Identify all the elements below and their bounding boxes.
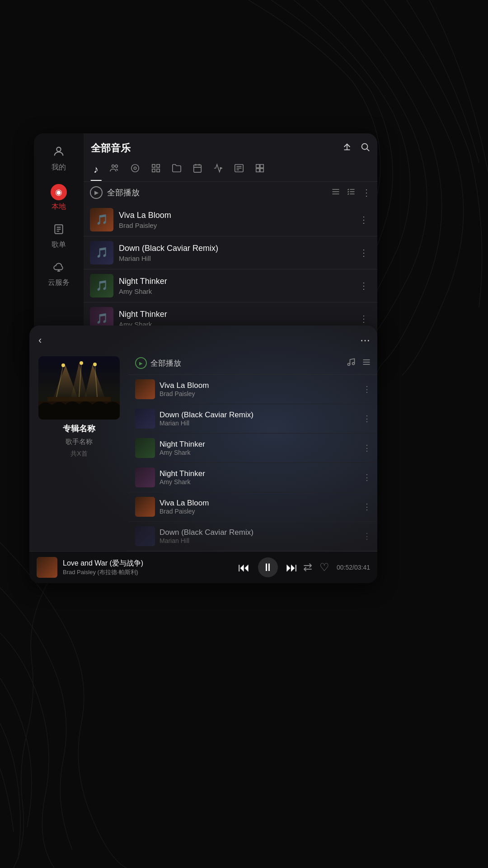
playlist-song-artist: Brad Paisley — [160, 508, 358, 515]
svg-rect-19 — [194, 165, 202, 173]
tab-music[interactable]: ♪ — [88, 161, 104, 178]
tab-albums[interactable] — [125, 160, 145, 179]
svg-rect-28 — [256, 165, 259, 168]
song-list: 🎵 Viva La Bloom Brad Paisley ⋮ 🎵 Down (B… — [84, 203, 377, 335]
song-more-button[interactable]: ⋮ — [363, 414, 371, 424]
top-header: 全部音乐 — [84, 133, 377, 159]
tab-recent[interactable] — [187, 160, 208, 179]
list-view-icon[interactable] — [331, 187, 340, 198]
song-more-button[interactable]: ⋮ — [363, 443, 371, 453]
shuffle-button-2[interactable]: ⇄ — [303, 561, 312, 574]
list-item[interactable]: Viva La Bloom Brad Paisley ⋮ — [129, 492, 377, 522]
bottom-header: ‹ ⋯ — [29, 326, 377, 352]
playlist-icons — [347, 358, 371, 369]
tab-grid[interactable] — [249, 160, 270, 179]
album-name: 专辑名称 — [63, 423, 95, 434]
list-item[interactable]: Viva La Bloom Brad Paisley ⋮ — [129, 375, 377, 404]
tab-stats[interactable] — [208, 160, 229, 179]
list-item[interactable]: Night Thinker Amy Shark ⋮ — [129, 463, 377, 492]
playlist-song-artist: Marian Hill — [160, 420, 358, 427]
svg-point-13 — [131, 165, 139, 172]
playlist-song-title: Night Thinker — [160, 440, 358, 449]
list-item[interactable]: Down (Black Caviar Remix) Marian Hill ⋮ — [129, 404, 377, 434]
playlist-song-thumbnail — [135, 526, 155, 546]
svg-rect-18 — [157, 169, 160, 172]
playlist-song-info: Viva La Bloom Brad Paisley — [160, 499, 358, 515]
svg-rect-29 — [260, 165, 263, 168]
table-row[interactable]: 🎵 Down (Black Caviar Remix) Marian Hill … — [84, 236, 377, 269]
song-info: Viva La Bloom Brad Paisley — [119, 211, 351, 229]
playlist-song-thumbnail — [135, 497, 155, 517]
playlist-title: 全部播放 — [150, 358, 343, 368]
bottom-body: 专辑名称 歌手名称 共X首 ▶ 全部播放 — [29, 352, 377, 551]
playlist-song-info: Down (Black Caviar Remix) Marian Hill — [160, 528, 358, 544]
playlist-song-info: Night Thinker Amy Shark — [160, 469, 358, 486]
thumb-art: 🎵 — [90, 208, 113, 231]
upload-icon[interactable] — [342, 142, 352, 155]
song-title: Night Thinker — [119, 310, 351, 319]
playlist-song-thumbnail — [135, 409, 155, 429]
song-artist: Amy Shark — [119, 288, 351, 295]
music-note-icon[interactable] — [347, 358, 356, 369]
more-icon[interactable]: ⋮ — [362, 187, 371, 198]
next-button-2[interactable]: ⏭ — [286, 561, 298, 575]
user-icon — [52, 145, 65, 161]
pause-button-2[interactable]: ⏸ — [258, 557, 278, 577]
playlist-song-artist: Amy Shark — [160, 478, 358, 486]
svg-rect-16 — [157, 165, 160, 167]
tab-genres[interactable] — [145, 160, 166, 179]
playlist-song-info: Down (Black Caviar Remix) Marian Hill — [160, 410, 358, 427]
table-row[interactable]: 🎵 Viva La Bloom Brad Paisley ⋮ — [84, 203, 377, 236]
svg-point-51 — [352, 362, 355, 364]
page-title: 全部音乐 — [91, 142, 131, 155]
tab-lyrics[interactable] — [229, 160, 249, 179]
sidebar-item-mine[interactable]: 我的 — [39, 142, 79, 176]
album-track-count: 共X首 — [70, 450, 87, 458]
playlist-song-title: Viva La Bloom — [160, 381, 358, 390]
extra-controls-2: ⇄ ♡ 00:52/03:41 — [303, 561, 370, 574]
playlist-song-info: Night Thinker Amy Shark — [160, 440, 358, 456]
svg-point-12 — [115, 165, 118, 168]
song-more-button[interactable]: ⋮ — [363, 531, 371, 541]
song-thumbnail: 🎵 — [90, 241, 113, 264]
back-button[interactable]: ‹ — [37, 333, 43, 348]
album-panel: 专辑名称 歌手名称 共X首 — [29, 352, 129, 551]
song-title: Viva La Bloom — [119, 211, 351, 220]
bottom-widget: ‹ ⋯ — [29, 326, 377, 583]
svg-point-9 — [362, 144, 368, 150]
playlist-song-title: Down (Black Caviar Remix) — [160, 410, 358, 420]
sidebar-item-local[interactable]: ◉ 本地 — [39, 180, 79, 215]
playall-button[interactable]: ▶ — [90, 186, 103, 199]
svg-rect-43 — [47, 397, 111, 401]
list-item[interactable]: Night Thinker Amy Shark ⋮ — [129, 434, 377, 463]
sidebar-item-playlist[interactable]: 歌单 — [39, 220, 79, 253]
playlist-song-artist: Marian Hill — [160, 537, 358, 544]
svg-point-14 — [134, 167, 136, 170]
song-more-button[interactable]: ⋮ — [363, 502, 371, 512]
song-more-button[interactable]: ⋮ — [357, 278, 371, 294]
song-more-button[interactable]: ⋮ — [363, 384, 371, 394]
album-art-image — [38, 356, 120, 420]
tab-artists[interactable] — [104, 160, 125, 179]
sidebar-item-cloud[interactable]: 云服务 — [39, 258, 79, 291]
playlist-song-info: Viva La Bloom Brad Paisley — [160, 381, 358, 397]
list-item[interactable]: Down (Black Caviar Remix) Marian Hill ⋮ — [129, 522, 377, 551]
list-order-icon[interactable] — [362, 358, 371, 369]
song-thumbnail: 🎵 — [90, 274, 113, 297]
song-more-button[interactable]: ⋮ — [357, 212, 371, 228]
playlist-song-title: Night Thinker — [160, 469, 358, 478]
song-more-button[interactable]: ⋮ — [357, 311, 371, 327]
playall-label: 全部播放 — [107, 187, 327, 198]
song-more-button[interactable]: ⋮ — [357, 245, 371, 261]
playlist-play-button[interactable]: ▶ — [135, 357, 147, 369]
tab-folders[interactable] — [166, 160, 187, 179]
song-artist: Marian Hill — [119, 255, 351, 262]
like-button-2[interactable]: ♡ — [319, 561, 329, 574]
more-options-button[interactable]: ⋯ — [360, 335, 370, 346]
song-info: Night Thinker Amy Shark — [119, 277, 351, 295]
checklist-icon[interactable] — [347, 187, 356, 198]
song-more-button[interactable]: ⋮ — [363, 472, 371, 482]
prev-button-2[interactable]: ⏮ — [238, 561, 250, 575]
table-row[interactable]: 🎵 Night Thinker Amy Shark ⋮ — [84, 269, 377, 302]
search-icon[interactable] — [360, 142, 370, 155]
